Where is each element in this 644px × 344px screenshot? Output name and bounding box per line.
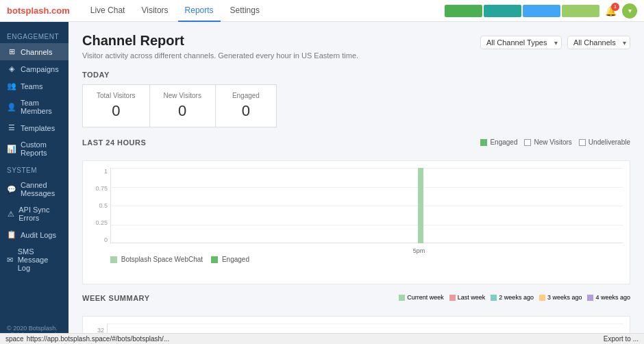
audit-logs-icon: 📋 xyxy=(7,230,16,239)
bottom-legend-webchat: Botsplash Space WebChat xyxy=(110,256,203,263)
templates-icon: ☰ xyxy=(7,123,16,132)
stat-engaged: Engaged 0 xyxy=(215,84,277,127)
sidebar-item-teams[interactable]: 👥 Teams xyxy=(0,77,69,95)
brand-logo: botsplash.com xyxy=(7,5,70,16)
url-address: https://app.botsplash.space/#/bots/botsp… xyxy=(27,335,169,343)
sidebar-section-engagement: Engagement xyxy=(0,27,69,43)
week-legend: Current week Last week 2 weeks ago 3 wee… xyxy=(399,294,630,301)
tab-reports[interactable]: Reports xyxy=(178,0,221,22)
y-label-05: 0.5 xyxy=(90,202,108,209)
new-visitors-label: New Visitors xyxy=(164,92,201,99)
chart-bottom-legend: Botsplash Space WebChat Engaged xyxy=(90,256,623,263)
legend-new-visitors-label: New Visitors xyxy=(534,138,571,146)
sidebar-item-audit-logs[interactable]: 📋 Audit Logs xyxy=(0,226,69,243)
channel-types-select[interactable]: All Channel Types xyxy=(480,36,562,49)
legend-new-visitors-icon xyxy=(524,139,531,146)
chart-plot-area: 5pm xyxy=(110,168,623,243)
channels-select[interactable]: All Channels xyxy=(567,36,630,49)
custom-reports-icon: 📊 xyxy=(7,145,16,153)
url-tooltip-bar: space https://app.botsplash.space/#/bots… xyxy=(0,333,644,344)
engaged-label: Engaged xyxy=(230,92,262,99)
week-legend-2w: 2 weeks ago xyxy=(491,294,534,301)
bottom-legend-engaged-icon xyxy=(211,256,218,263)
sidebar-label-canned-messages: Canned Messages xyxy=(21,181,62,197)
legend-undeliverable-icon xyxy=(579,139,586,146)
channel-types-filter[interactable]: All Channel Types xyxy=(480,36,562,49)
team-members-icon: 👤 xyxy=(7,103,16,112)
sidebar-label-teams: Teams xyxy=(21,82,42,90)
channels-filter[interactable]: All Channels xyxy=(567,36,630,49)
total-visitors-label: Total Visitors xyxy=(97,92,136,99)
week-legend-3w-label: 3 weeks ago xyxy=(547,294,582,301)
canned-messages-icon: 💬 xyxy=(7,185,16,194)
api-sync-errors-icon: ⚠ xyxy=(7,210,14,219)
grid-line-1 xyxy=(111,168,623,169)
y-axis-last24: 1 0.75 0.5 0.25 0 xyxy=(90,168,110,243)
week-legend-3w-icon xyxy=(539,295,545,301)
bottom-legend-engaged-item: Engaged xyxy=(211,256,249,263)
week-legend-current: Current week xyxy=(399,294,444,301)
sidebar-item-api-sync-errors[interactable]: ⚠ API Sync Errors xyxy=(0,201,69,226)
notifications-bell[interactable]: 🔔 1 xyxy=(605,5,617,16)
sidebar-item-team-members[interactable]: 👤 Team Members xyxy=(0,95,69,119)
week-legend-last-label: Last week xyxy=(458,294,486,301)
grid-line-2 xyxy=(111,187,623,188)
legend-engaged: Engaged xyxy=(480,138,517,146)
grid-line-3 xyxy=(111,206,623,206)
sidebar-item-templates[interactable]: ☰ Templates xyxy=(0,119,69,136)
y-label-0: 0 xyxy=(90,236,108,243)
sidebar-item-custom-reports[interactable]: 📊 Custom Reports xyxy=(0,136,69,161)
bottom-legend-webchat-label: Botsplash Space WebChat xyxy=(121,256,203,263)
url-export: Export to ... xyxy=(604,335,639,343)
nav-tabs: Live Chat Visitors Reports Settings xyxy=(84,0,445,22)
top-nav: botsplash.com Live Chat Visitors Reports… xyxy=(0,0,644,22)
week-legend-last: Last week xyxy=(449,294,486,301)
week-legend-4w-icon xyxy=(587,295,593,301)
sidebar-label-campaigns: Campaigns xyxy=(21,65,59,73)
sidebar-item-sms-message-log[interactable]: ✉ SMS Message Log xyxy=(0,243,69,276)
week-legend-4w: 4 weeks ago xyxy=(587,294,630,301)
tab-settings[interactable]: Settings xyxy=(223,0,267,22)
wgrid-1 xyxy=(108,323,623,324)
sidebar: Engagement ⊞ Channels ◈ Campaigns 👥 Team… xyxy=(0,22,69,344)
legend-undeliverable-label: Undeliverable xyxy=(589,138,630,146)
sidebar-label-sms-message-log: SMS Message Log xyxy=(18,247,62,272)
bar-5pm xyxy=(418,168,423,243)
user-avatar[interactable]: ▾ xyxy=(622,3,637,19)
week-legend-current-label: Current week xyxy=(407,294,444,301)
notification-badge: 1 xyxy=(611,3,619,11)
teams-icon: 👥 xyxy=(7,82,16,90)
sidebar-label-templates: Templates xyxy=(21,124,55,132)
tab-live-chat[interactable]: Live Chat xyxy=(84,0,132,22)
sidebar-item-campaigns[interactable]: ◈ Campaigns xyxy=(0,60,69,77)
sidebar-label-channels: Channels xyxy=(21,48,52,56)
legend-engaged-icon xyxy=(480,139,487,146)
today-section-title: TODAY xyxy=(82,71,630,79)
sidebar-label-custom-reports: Custom Reports xyxy=(21,140,62,157)
week-legend-2w-icon xyxy=(491,295,497,301)
main-content: Channel Report Visitor activity across d… xyxy=(69,22,644,344)
status-bar xyxy=(445,5,599,17)
legend-new-visitors: New Visitors xyxy=(524,138,571,146)
sidebar-section-system: System xyxy=(0,161,69,177)
y-label-025: 0.25 xyxy=(90,219,108,226)
week-legend-3w: 3 weeks ago xyxy=(539,294,582,301)
campaigns-icon: ◈ xyxy=(7,64,16,73)
grid-line-5 xyxy=(111,243,623,243)
y-label-1: 1 xyxy=(90,168,108,175)
sidebar-item-channels[interactable]: ⊞ Channels xyxy=(0,43,69,60)
total-visitors-value: 0 xyxy=(97,102,136,120)
bottom-legend-webchat-icon xyxy=(110,256,117,263)
today-stats-row: Total Visitors 0 New Visitors 0 Engaged … xyxy=(82,84,630,127)
grid-line-4 xyxy=(111,225,623,225)
legend-engaged-label: Engaged xyxy=(490,138,517,146)
last24-legend: Engaged New Visitors Undeliverable xyxy=(480,138,630,146)
bottom-legend-engaged-label: Engaged xyxy=(222,256,249,263)
week-legend-current-icon xyxy=(399,295,405,301)
tab-visitors[interactable]: Visitors xyxy=(134,0,175,22)
engaged-value: 0 xyxy=(230,102,262,120)
status-block-2 xyxy=(484,5,521,17)
page-title: Channel Report xyxy=(82,33,358,49)
sidebar-item-canned-messages[interactable]: 💬 Canned Messages xyxy=(0,177,69,201)
page-subtitle: Visitor activity across different channe… xyxy=(82,51,358,60)
